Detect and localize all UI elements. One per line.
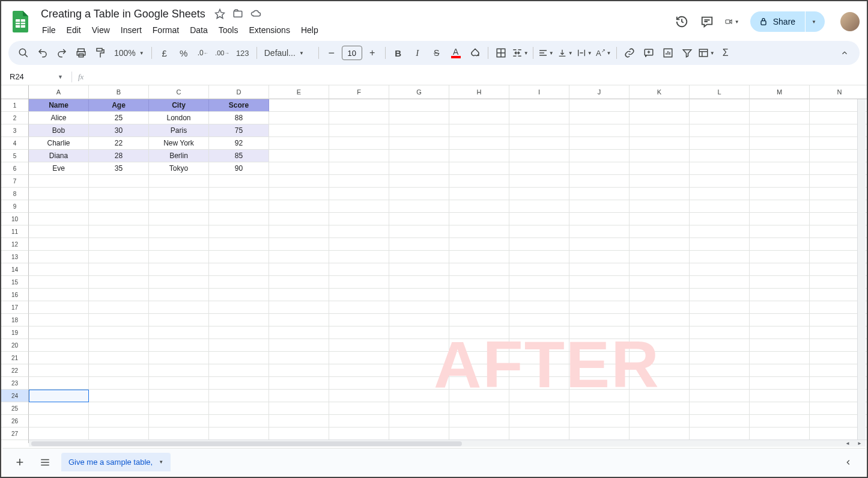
cell[interactable] xyxy=(449,213,509,225)
cell[interactable] xyxy=(269,301,329,314)
rotate-button[interactable]: A↗▼ xyxy=(595,44,613,62)
meet-button[interactable]: ▼ xyxy=(725,14,739,29)
cell[interactable] xyxy=(209,175,269,188)
cell[interactable] xyxy=(690,200,750,213)
cell[interactable] xyxy=(630,213,690,225)
column-header[interactable]: C xyxy=(149,85,209,99)
cell[interactable] xyxy=(209,225,269,238)
menu-edit[interactable]: Edit xyxy=(62,23,86,37)
cell[interactable] xyxy=(149,200,209,213)
cell[interactable] xyxy=(389,162,449,175)
cell[interactable] xyxy=(569,124,630,137)
cell[interactable]: 22 xyxy=(89,137,149,150)
increase-decimal-button[interactable]: .00→ xyxy=(213,44,231,62)
cell[interactable] xyxy=(29,238,89,251)
comments-icon[interactable] xyxy=(700,14,714,29)
cell[interactable]: Name xyxy=(29,99,89,112)
row-header[interactable]: 3 xyxy=(1,124,29,137)
cell[interactable] xyxy=(690,175,750,188)
cell[interactable] xyxy=(89,251,149,263)
cell[interactable] xyxy=(690,326,750,339)
cell[interactable] xyxy=(569,251,630,263)
cell[interactable] xyxy=(329,314,389,326)
cell[interactable] xyxy=(630,415,690,427)
cell[interactable] xyxy=(89,339,149,352)
cell[interactable] xyxy=(449,225,509,238)
cell[interactable] xyxy=(329,150,389,162)
cell[interactable] xyxy=(750,137,810,150)
cell[interactable] xyxy=(690,427,750,440)
menu-extensions[interactable]: Extensions xyxy=(244,23,294,37)
cell[interactable] xyxy=(569,364,630,377)
cell[interactable] xyxy=(329,225,389,238)
row-header[interactable]: 17 xyxy=(1,301,29,314)
cell[interactable] xyxy=(149,289,209,301)
cell[interactable] xyxy=(389,415,449,427)
cell[interactable] xyxy=(209,326,269,339)
cell[interactable] xyxy=(750,427,810,440)
redo-icon[interactable] xyxy=(53,44,71,62)
cell[interactable] xyxy=(149,364,209,377)
cell[interactable] xyxy=(509,213,569,225)
cell[interactable] xyxy=(269,137,329,150)
cell[interactable] xyxy=(630,112,690,124)
cell[interactable] xyxy=(569,175,630,188)
cell[interactable] xyxy=(449,137,509,150)
cell[interactable] xyxy=(569,99,630,112)
cell[interactable] xyxy=(209,238,269,251)
cell[interactable] xyxy=(269,251,329,263)
cell[interactable] xyxy=(630,314,690,326)
zoom-select[interactable]: 100%▼ xyxy=(111,48,148,58)
cell[interactable] xyxy=(269,200,329,213)
cell[interactable] xyxy=(149,402,209,415)
cell[interactable] xyxy=(329,427,389,440)
cell[interactable] xyxy=(329,339,389,352)
cell[interactable] xyxy=(389,427,449,440)
row-header[interactable]: 2 xyxy=(1,112,29,124)
cell[interactable]: Age xyxy=(89,99,149,112)
cell[interactable] xyxy=(269,415,329,427)
cell[interactable] xyxy=(630,402,690,415)
row-header[interactable]: 21 xyxy=(1,352,29,364)
cell[interactable] xyxy=(329,377,389,390)
vertical-scrollbar[interactable] xyxy=(857,90,866,445)
percent-button[interactable]: % xyxy=(175,44,193,62)
cell[interactable] xyxy=(750,251,810,263)
cell[interactable] xyxy=(29,377,89,390)
font-size-increase[interactable]: + xyxy=(363,44,381,62)
column-header[interactable]: I xyxy=(509,85,569,99)
cell[interactable] xyxy=(630,352,690,364)
cell[interactable] xyxy=(269,99,329,112)
cell[interactable] xyxy=(630,188,690,200)
cell[interactable] xyxy=(569,377,630,390)
cell[interactable] xyxy=(750,225,810,238)
row-header[interactable]: 4 xyxy=(1,137,29,150)
cloud-status-icon[interactable] xyxy=(250,8,262,20)
row-header[interactable]: 7 xyxy=(1,175,29,188)
cell[interactable] xyxy=(750,124,810,137)
halign-button[interactable]: ▼ xyxy=(537,44,555,62)
cell[interactable]: Score xyxy=(209,99,269,112)
cell[interactable] xyxy=(569,390,630,402)
cell[interactable] xyxy=(690,99,750,112)
cell[interactable] xyxy=(569,263,630,276)
cell[interactable] xyxy=(509,377,569,390)
cell[interactable] xyxy=(149,415,209,427)
column-header[interactable]: J xyxy=(569,85,630,99)
cell[interactable] xyxy=(750,263,810,276)
cell[interactable] xyxy=(630,390,690,402)
all-sheets-button[interactable] xyxy=(36,453,54,471)
cell[interactable] xyxy=(630,251,690,263)
cell[interactable] xyxy=(569,150,630,162)
share-button[interactable]: Share xyxy=(750,11,805,32)
cell[interactable] xyxy=(389,251,449,263)
sheet-tab-active[interactable]: Give me a sample table, ▼ xyxy=(61,453,171,471)
cell[interactable]: 35 xyxy=(89,162,149,175)
cell[interactable] xyxy=(690,390,750,402)
cell[interactable] xyxy=(750,402,810,415)
cell[interactable] xyxy=(269,188,329,200)
row-header[interactable]: 25 xyxy=(1,402,29,415)
cell[interactable] xyxy=(509,99,569,112)
cell[interactable] xyxy=(509,364,569,377)
cell[interactable] xyxy=(569,339,630,352)
